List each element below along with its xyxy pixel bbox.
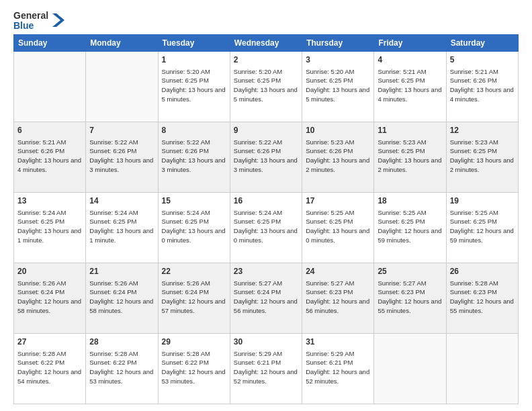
calendar-cell: 3Sunrise: 5:20 AMSunset: 6:25 PMDaylight… bbox=[302, 51, 374, 122]
calendar-cell: 30Sunrise: 5:29 AMSunset: 6:21 PMDayligh… bbox=[230, 333, 302, 404]
day-info: Sunrise: 5:27 AMSunset: 6:23 PMDaylight:… bbox=[306, 279, 370, 316]
col-sunday: Sunday bbox=[14, 34, 86, 51]
day-info: Sunrise: 5:27 AMSunset: 6:23 PMDaylight:… bbox=[378, 279, 442, 316]
header: General Blue bbox=[13, 11, 519, 32]
day-number: 17 bbox=[306, 195, 370, 207]
calendar-cell: 29Sunrise: 5:28 AMSunset: 6:22 PMDayligh… bbox=[158, 333, 230, 404]
calendar-week-4: 20Sunrise: 5:26 AMSunset: 6:24 PMDayligh… bbox=[14, 263, 519, 333]
day-info: Sunrise: 5:20 AMSunset: 6:25 PMDaylight:… bbox=[306, 67, 370, 104]
calendar-cell bbox=[14, 51, 86, 122]
day-number: 9 bbox=[234, 125, 298, 136]
day-number: 4 bbox=[378, 54, 442, 66]
calendar-cell: 19Sunrise: 5:25 AMSunset: 6:25 PMDayligh… bbox=[446, 192, 518, 263]
day-number: 21 bbox=[89, 266, 154, 277]
col-tuesday: Tuesday bbox=[158, 34, 230, 51]
calendar-cell: 24Sunrise: 5:27 AMSunset: 6:23 PMDayligh… bbox=[302, 263, 374, 333]
day-info: Sunrise: 5:28 AMSunset: 6:22 PMDaylight:… bbox=[89, 349, 154, 386]
day-number: 8 bbox=[162, 125, 226, 136]
svg-marker-0 bbox=[52, 13, 64, 27]
calendar-cell bbox=[374, 333, 446, 404]
day-number: 11 bbox=[378, 125, 442, 136]
day-number: 5 bbox=[450, 54, 515, 66]
day-info: Sunrise: 5:27 AMSunset: 6:24 PMDaylight:… bbox=[234, 279, 298, 316]
calendar-week-2: 6Sunrise: 5:21 AMSunset: 6:26 PMDaylight… bbox=[14, 122, 519, 192]
calendar-cell: 8Sunrise: 5:22 AMSunset: 6:26 PMDaylight… bbox=[158, 122, 230, 192]
calendar-cell: 27Sunrise: 5:28 AMSunset: 6:22 PMDayligh… bbox=[14, 333, 86, 404]
day-info: Sunrise: 5:29 AMSunset: 6:21 PMDaylight:… bbox=[306, 349, 370, 386]
calendar-cell: 4Sunrise: 5:21 AMSunset: 6:25 PMDaylight… bbox=[374, 51, 446, 122]
day-info: Sunrise: 5:28 AMSunset: 6:22 PMDaylight:… bbox=[162, 349, 226, 386]
day-info: Sunrise: 5:20 AMSunset: 6:25 PMDaylight:… bbox=[234, 67, 298, 104]
day-info: Sunrise: 5:22 AMSunset: 6:26 PMDaylight:… bbox=[234, 138, 298, 175]
calendar-cell: 10Sunrise: 5:23 AMSunset: 6:26 PMDayligh… bbox=[302, 122, 374, 192]
day-info: Sunrise: 5:22 AMSunset: 6:26 PMDaylight:… bbox=[89, 138, 154, 175]
col-thursday: Thursday bbox=[302, 34, 374, 51]
day-number: 23 bbox=[234, 266, 298, 277]
day-info: Sunrise: 5:25 AMSunset: 6:25 PMDaylight:… bbox=[450, 208, 515, 245]
calendar-cell: 20Sunrise: 5:26 AMSunset: 6:24 PMDayligh… bbox=[14, 263, 86, 333]
day-number: 6 bbox=[17, 125, 82, 136]
day-number: 3 bbox=[306, 54, 370, 66]
calendar-cell: 26Sunrise: 5:28 AMSunset: 6:23 PMDayligh… bbox=[446, 263, 518, 333]
day-number: 2 bbox=[234, 54, 298, 66]
calendar-cell: 1Sunrise: 5:20 AMSunset: 6:25 PMDaylight… bbox=[158, 51, 230, 122]
col-friday: Friday bbox=[374, 34, 446, 51]
calendar-cell: 13Sunrise: 5:24 AMSunset: 6:25 PMDayligh… bbox=[14, 192, 86, 263]
day-info: Sunrise: 5:24 AMSunset: 6:25 PMDaylight:… bbox=[234, 208, 298, 245]
day-info: Sunrise: 5:26 AMSunset: 6:24 PMDaylight:… bbox=[17, 279, 82, 316]
day-info: Sunrise: 5:25 AMSunset: 6:25 PMDaylight:… bbox=[306, 208, 370, 245]
calendar-cell: 5Sunrise: 5:21 AMSunset: 6:26 PMDaylight… bbox=[446, 51, 518, 122]
day-number: 22 bbox=[162, 266, 226, 277]
day-info: Sunrise: 5:24 AMSunset: 6:25 PMDaylight:… bbox=[162, 208, 226, 245]
day-number: 16 bbox=[234, 195, 298, 207]
day-number: 1 bbox=[162, 54, 226, 66]
calendar-table: Sunday Monday Tuesday Wednesday Thursday… bbox=[13, 34, 519, 404]
day-info: Sunrise: 5:24 AMSunset: 6:25 PMDaylight:… bbox=[17, 208, 82, 245]
day-number: 19 bbox=[450, 195, 515, 207]
day-number: 7 bbox=[89, 125, 154, 136]
day-number: 27 bbox=[17, 336, 82, 348]
calendar-week-5: 27Sunrise: 5:28 AMSunset: 6:22 PMDayligh… bbox=[14, 333, 519, 404]
day-info: Sunrise: 5:24 AMSunset: 6:25 PMDaylight:… bbox=[89, 208, 154, 245]
calendar-cell: 12Sunrise: 5:23 AMSunset: 6:25 PMDayligh… bbox=[446, 122, 518, 192]
day-number: 13 bbox=[17, 195, 82, 207]
calendar-cell: 25Sunrise: 5:27 AMSunset: 6:23 PMDayligh… bbox=[374, 263, 446, 333]
day-number: 18 bbox=[378, 195, 442, 207]
calendar-cell bbox=[86, 51, 158, 122]
day-info: Sunrise: 5:21 AMSunset: 6:25 PMDaylight:… bbox=[378, 67, 442, 104]
calendar-header-row: Sunday Monday Tuesday Wednesday Thursday… bbox=[14, 34, 519, 51]
calendar-cell: 6Sunrise: 5:21 AMSunset: 6:26 PMDaylight… bbox=[14, 122, 86, 192]
col-monday: Monday bbox=[86, 34, 158, 51]
calendar-cell: 23Sunrise: 5:27 AMSunset: 6:24 PMDayligh… bbox=[230, 263, 302, 333]
day-info: Sunrise: 5:21 AMSunset: 6:26 PMDaylight:… bbox=[450, 67, 515, 104]
calendar-cell: 2Sunrise: 5:20 AMSunset: 6:25 PMDaylight… bbox=[230, 51, 302, 122]
day-number: 10 bbox=[306, 125, 370, 136]
day-number: 28 bbox=[89, 336, 154, 348]
day-info: Sunrise: 5:26 AMSunset: 6:24 PMDaylight:… bbox=[89, 279, 154, 316]
day-number: 25 bbox=[378, 266, 442, 277]
calendar-cell bbox=[446, 333, 518, 404]
day-info: Sunrise: 5:23 AMSunset: 6:25 PMDaylight:… bbox=[378, 138, 442, 175]
calendar-week-3: 13Sunrise: 5:24 AMSunset: 6:25 PMDayligh… bbox=[14, 192, 519, 263]
calendar-cell: 22Sunrise: 5:26 AMSunset: 6:24 PMDayligh… bbox=[158, 263, 230, 333]
calendar-cell: 16Sunrise: 5:24 AMSunset: 6:25 PMDayligh… bbox=[230, 192, 302, 263]
calendar-cell: 7Sunrise: 5:22 AMSunset: 6:26 PMDaylight… bbox=[86, 122, 158, 192]
day-info: Sunrise: 5:25 AMSunset: 6:25 PMDaylight:… bbox=[378, 208, 442, 245]
page: General Blue Sunday Monday Tuesday Wedne… bbox=[0, 0, 532, 411]
calendar-cell: 31Sunrise: 5:29 AMSunset: 6:21 PMDayligh… bbox=[302, 333, 374, 404]
calendar-cell: 15Sunrise: 5:24 AMSunset: 6:25 PMDayligh… bbox=[158, 192, 230, 263]
day-info: Sunrise: 5:28 AMSunset: 6:23 PMDaylight:… bbox=[450, 279, 515, 316]
calendar-cell: 17Sunrise: 5:25 AMSunset: 6:25 PMDayligh… bbox=[302, 192, 374, 263]
day-info: Sunrise: 5:20 AMSunset: 6:25 PMDaylight:… bbox=[162, 67, 226, 104]
calendar-cell: 14Sunrise: 5:24 AMSunset: 6:25 PMDayligh… bbox=[86, 192, 158, 263]
logo: General Blue bbox=[13, 11, 64, 32]
calendar-cell: 9Sunrise: 5:22 AMSunset: 6:26 PMDaylight… bbox=[230, 122, 302, 192]
day-info: Sunrise: 5:29 AMSunset: 6:21 PMDaylight:… bbox=[234, 349, 298, 386]
day-number: 26 bbox=[450, 266, 515, 277]
col-wednesday: Wednesday bbox=[230, 34, 302, 51]
day-info: Sunrise: 5:26 AMSunset: 6:24 PMDaylight:… bbox=[162, 279, 226, 316]
col-saturday: Saturday bbox=[446, 34, 518, 51]
day-number: 29 bbox=[162, 336, 226, 348]
day-number: 31 bbox=[306, 336, 370, 348]
day-number: 24 bbox=[306, 266, 370, 277]
